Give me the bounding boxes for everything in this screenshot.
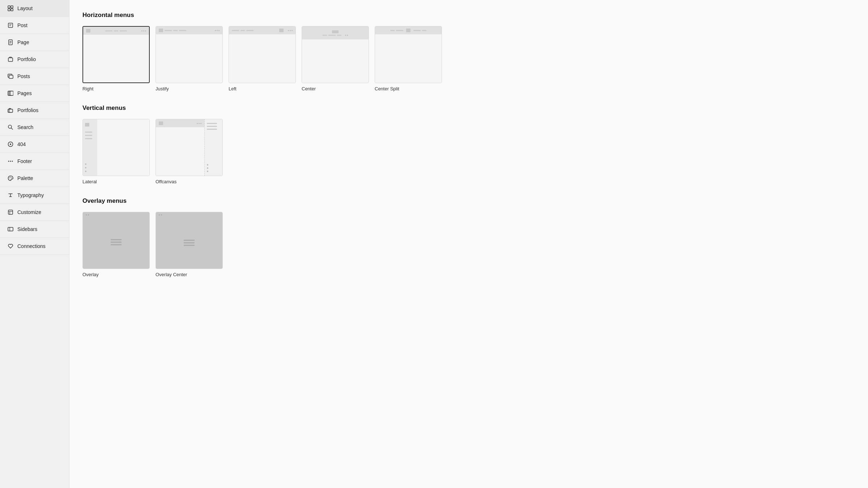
thumb-dots-right xyxy=(141,30,146,31)
thumbnail-left xyxy=(229,26,296,83)
sidebar-item-portfolio[interactable]: Portfolio xyxy=(0,51,69,68)
thumb-nav-c2 xyxy=(328,35,336,36)
thumb-header-center-split xyxy=(375,26,442,34)
svg-point-26 xyxy=(9,177,10,178)
sidebar: Layout Post Page xyxy=(0,0,69,488)
sidebar-item-pages[interactable]: Pages xyxy=(0,85,69,102)
section-title-horizontal: Horizontal menus xyxy=(82,12,855,19)
card-label-offcanvas: Offcanvas xyxy=(156,179,176,184)
sidebar-label-search: Search xyxy=(17,124,33,130)
thumb-menu-line-o3 xyxy=(111,244,122,245)
card-label-overlay-center: Overlay Center xyxy=(156,272,187,277)
sidebar-item-palette[interactable]: Palette xyxy=(0,170,69,187)
sidebar-label-page: Page xyxy=(17,39,29,45)
card-label-left: Left xyxy=(229,86,237,91)
thumb-menu-line-o2 xyxy=(111,242,122,243)
svg-rect-0 xyxy=(8,6,10,8)
thumb-logo-center xyxy=(332,30,339,33)
sidebar-label-sidebars: Sidebars xyxy=(17,226,37,232)
card-center-split[interactable]: Center Split xyxy=(375,26,442,91)
thumb-sidebar-dot-1 xyxy=(85,163,86,165)
thumbnail-justify xyxy=(156,26,223,83)
sidebar-item-page[interactable]: Page xyxy=(0,34,69,51)
sidebar-label-pages: Pages xyxy=(17,90,32,96)
sidebar-item-post[interactable]: Post xyxy=(0,17,69,34)
thumb-nav-line-1 xyxy=(105,30,112,31)
card-label-overlay: Overlay xyxy=(82,272,99,277)
thumbnail-offcanvas xyxy=(156,119,223,176)
sidebar-item-404[interactable]: 404 xyxy=(0,136,69,153)
card-center[interactable]: Center xyxy=(302,26,369,91)
sidebar-item-connections[interactable]: Connections xyxy=(0,238,69,255)
sidebar-label-typography: Typography xyxy=(17,192,44,198)
thumb-offcanvas-panel xyxy=(204,119,222,176)
thumb-menu-line-oc2 xyxy=(184,242,195,243)
sidebar-item-sidebars[interactable]: Sidebars xyxy=(0,221,69,238)
thumb-nav-right xyxy=(105,30,127,31)
svg-rect-32 xyxy=(8,227,13,231)
thumb-sidebar-dot-2 xyxy=(85,167,86,168)
thumb-body-cs xyxy=(375,34,442,83)
thumb-nav-left xyxy=(232,30,254,31)
thumb-offcanvas-dot-1 xyxy=(207,164,208,166)
sidebar-item-search[interactable]: Search xyxy=(0,119,69,136)
thumb-nav-j3 xyxy=(179,30,186,31)
sidebar-label-portfolios: Portfolios xyxy=(17,107,38,113)
card-left[interactable]: Left xyxy=(229,26,296,91)
404-icon xyxy=(7,141,14,147)
card-overlay-center[interactable]: Overlay Center xyxy=(156,212,223,277)
section-overlay-menus: Overlay menus Overlay xyxy=(82,197,855,277)
svg-rect-2 xyxy=(8,9,10,11)
sidebar-label-layout: Layout xyxy=(17,5,33,11)
svg-point-22 xyxy=(10,144,11,145)
svg-rect-13 xyxy=(9,75,13,78)
thumb-header-center xyxy=(302,26,369,39)
thumb-content-lateral xyxy=(97,119,149,176)
thumb-dot-oc1 xyxy=(197,123,198,124)
section-horizontal-menus: Horizontal menus xyxy=(82,12,855,91)
thumb-nav-cs1 xyxy=(390,30,395,31)
thumb-logo-cs xyxy=(406,29,410,32)
thumb-logo-right xyxy=(86,29,90,33)
card-overlay[interactable]: Overlay xyxy=(82,212,150,277)
thumb-sidebar-logo xyxy=(85,123,89,127)
card-lateral[interactable]: Lateral xyxy=(82,119,150,184)
sidebar-item-footer[interactable]: Footer xyxy=(0,153,69,170)
thumb-dot-l1 xyxy=(288,30,289,31)
sidebar-label-footer: Footer xyxy=(17,158,32,164)
thumb-header-inner-right xyxy=(86,29,146,33)
sidebar-label-posts: Posts xyxy=(17,73,30,79)
svg-rect-29 xyxy=(8,210,13,214)
card-justify[interactable]: Justify xyxy=(156,26,223,91)
vertical-card-grid: Lateral xyxy=(82,119,855,184)
sidebar-item-customize[interactable]: Customize xyxy=(0,204,69,221)
palette-icon xyxy=(7,175,14,181)
overlay-card-grid: Overlay Overlay Center xyxy=(82,212,855,277)
sidebar-item-typography[interactable]: Typography xyxy=(0,187,69,204)
thumb-nav-j2 xyxy=(173,30,178,31)
horizontal-card-grid: Right xyxy=(82,26,855,91)
thumb-corner-dots-overlay xyxy=(86,214,89,215)
page-icon xyxy=(7,39,14,46)
thumb-dots-offcanvas xyxy=(197,123,201,124)
connections-icon xyxy=(7,243,14,249)
thumb-nav-cs4 xyxy=(422,30,426,31)
sidebar-label-palette: Palette xyxy=(17,175,33,181)
layout-icon xyxy=(7,5,14,12)
thumb-header-offcanvas xyxy=(156,119,204,127)
thumb-nav-l2 xyxy=(241,30,245,31)
sidebar-item-posts[interactable]: Posts xyxy=(0,68,69,85)
thumb-sidebar-lateral xyxy=(83,119,97,176)
svg-line-20 xyxy=(11,128,13,129)
sidebar-label-connections: Connections xyxy=(17,243,46,249)
thumb-corner-dot-oc1 xyxy=(159,214,160,215)
card-right[interactable]: Right xyxy=(82,26,150,91)
sidebar-item-layout[interactable]: Layout xyxy=(0,0,69,17)
card-offcanvas[interactable]: Offcanvas xyxy=(156,119,223,184)
svg-rect-4 xyxy=(8,23,13,27)
thumbnail-right xyxy=(82,26,150,83)
thumb-sidebar-line-3 xyxy=(85,138,92,139)
customize-icon xyxy=(7,209,14,215)
thumb-dot-c1 xyxy=(345,35,346,36)
sidebar-item-portfolios[interactable]: Portfolios xyxy=(0,102,69,119)
